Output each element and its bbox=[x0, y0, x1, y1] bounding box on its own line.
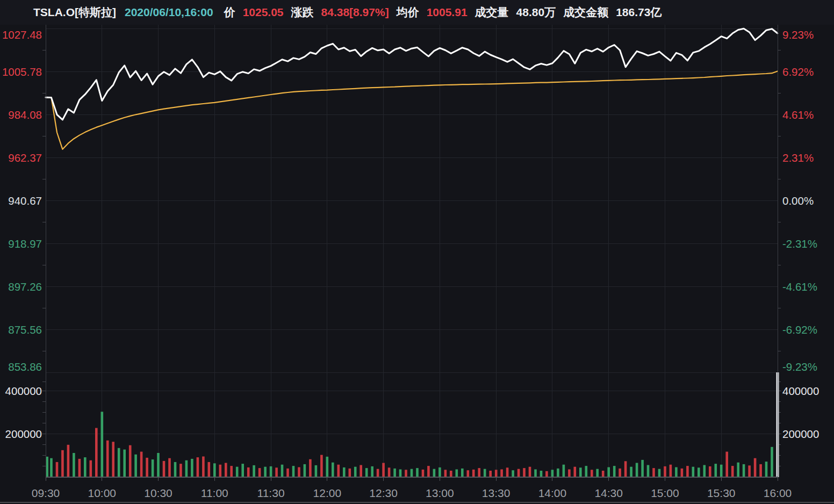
volume-bar bbox=[725, 452, 728, 477]
volume-bar bbox=[540, 471, 543, 477]
axis-ticks bbox=[42, 50, 781, 466]
volume-bar bbox=[456, 470, 458, 478]
volume-bar bbox=[607, 467, 610, 478]
x-axis-ticks bbox=[46, 477, 778, 481]
volume-bar bbox=[326, 457, 329, 477]
volume-bar bbox=[197, 457, 199, 477]
volume-bar bbox=[596, 469, 599, 477]
volume-bar bbox=[720, 465, 723, 477]
intraday-chart-canvas[interactable]: 1027.481005.78984.08962.37940.67918.9789… bbox=[0, 0, 834, 504]
volume-bar bbox=[50, 458, 53, 477]
volume-bar bbox=[219, 465, 222, 477]
volume-bar bbox=[253, 465, 255, 477]
volume-bar bbox=[500, 470, 503, 478]
volume-bar bbox=[534, 470, 537, 478]
volume-bar bbox=[624, 461, 627, 477]
volume-bar bbox=[191, 459, 193, 477]
price-line bbox=[46, 28, 778, 120]
volume-bar bbox=[247, 467, 250, 477]
volume-bar bbox=[765, 462, 768, 477]
volume-bar bbox=[675, 467, 678, 478]
volume-bar bbox=[517, 469, 520, 477]
volume-bar bbox=[304, 464, 306, 477]
svg-text:13:00: 13:00 bbox=[426, 487, 454, 499]
volume-bar bbox=[743, 464, 745, 477]
volume-bar bbox=[225, 463, 227, 478]
volume-bar bbox=[563, 465, 565, 477]
volume-bar bbox=[264, 467, 267, 477]
volume-bar bbox=[438, 467, 441, 477]
volume-bar bbox=[585, 466, 588, 477]
volume-bar bbox=[365, 468, 368, 477]
volume-bar bbox=[450, 471, 452, 477]
volume-bar bbox=[236, 467, 239, 477]
volume-bar bbox=[692, 467, 695, 477]
volume-bar bbox=[146, 458, 148, 477]
svg-text:16:00: 16:00 bbox=[764, 487, 792, 499]
volume-bar bbox=[309, 459, 312, 477]
volume-bar bbox=[591, 470, 593, 477]
volume-bar bbox=[512, 470, 514, 477]
volume-bar bbox=[709, 466, 711, 477]
volume-bar bbox=[241, 464, 244, 477]
volume-bar bbox=[157, 453, 160, 477]
volume-bar bbox=[78, 459, 81, 477]
volume-bar bbox=[315, 465, 318, 477]
volume-bar bbox=[371, 466, 373, 477]
volume-bar bbox=[270, 466, 272, 477]
svg-text:14:00: 14:00 bbox=[538, 487, 567, 499]
volume-bar bbox=[658, 469, 661, 477]
volume-bar bbox=[298, 467, 300, 478]
volume-bar bbox=[670, 465, 672, 477]
volume-bar bbox=[461, 469, 464, 477]
svg-text:962.37: 962.37 bbox=[8, 152, 42, 164]
volume-bar bbox=[422, 470, 425, 477]
volume-bar bbox=[354, 467, 357, 477]
percent-axis-labels: 9.23%6.92%4.61%2.31%0.00%-2.31%-4.61%-6.… bbox=[782, 28, 817, 373]
svg-text:2.31%: 2.31% bbox=[782, 152, 814, 164]
volume-bar bbox=[90, 460, 92, 477]
volume-bar bbox=[478, 468, 480, 477]
volume-bar bbox=[579, 467, 582, 477]
volume-bar bbox=[698, 467, 700, 477]
volume-bar bbox=[472, 470, 475, 477]
volume-bar bbox=[152, 459, 154, 477]
volume-bar bbox=[489, 471, 492, 477]
volume-bar bbox=[134, 455, 137, 477]
volume-bar bbox=[281, 465, 284, 477]
svg-text:200000: 200000 bbox=[782, 428, 819, 440]
volume-bar bbox=[332, 463, 334, 477]
volume-bar bbox=[686, 466, 689, 477]
volume-bar bbox=[337, 465, 340, 477]
volume-bar bbox=[444, 470, 447, 477]
volume-bar bbox=[484, 469, 486, 477]
volume-bar bbox=[523, 468, 526, 477]
volume-bar bbox=[292, 466, 295, 477]
volume-bar bbox=[174, 462, 177, 477]
volume-bar bbox=[286, 469, 289, 477]
volume-bars bbox=[46, 372, 779, 477]
svg-text:984.08: 984.08 bbox=[8, 109, 42, 121]
volume-bar bbox=[230, 466, 233, 477]
svg-text:10:30: 10:30 bbox=[144, 487, 172, 499]
volume-bar bbox=[681, 469, 684, 477]
volume-bar bbox=[129, 445, 132, 477]
volume-bar bbox=[731, 466, 734, 477]
svg-text:1027.48: 1027.48 bbox=[2, 28, 42, 41]
svg-text:12:00: 12:00 bbox=[313, 487, 342, 499]
volume-bar bbox=[185, 460, 188, 477]
svg-text:15:00: 15:00 bbox=[651, 487, 679, 499]
volume-bar bbox=[754, 458, 757, 477]
intraday-chart[interactable]: 1027.481005.78984.08962.37940.67918.9789… bbox=[0, 0, 834, 504]
volume-bar bbox=[360, 465, 362, 478]
volume-bar bbox=[636, 463, 638, 478]
volume-bar bbox=[613, 466, 616, 477]
volume-bar bbox=[737, 463, 739, 477]
volume-bar bbox=[495, 470, 498, 477]
volume-bar bbox=[529, 467, 531, 477]
grid-lines bbox=[46, 25, 778, 477]
volume-bar bbox=[46, 457, 48, 477]
volume-bar bbox=[748, 465, 751, 477]
volume-bar bbox=[574, 467, 577, 477]
svg-text:9.23%: 9.23% bbox=[782, 28, 814, 41]
